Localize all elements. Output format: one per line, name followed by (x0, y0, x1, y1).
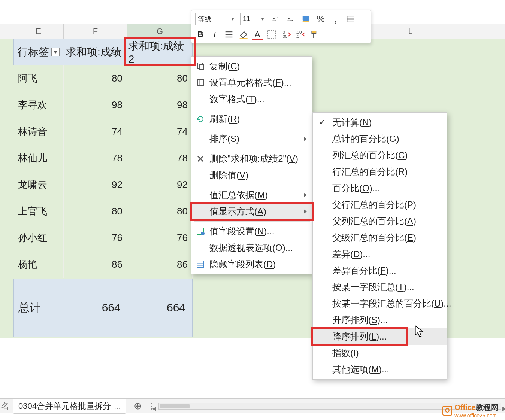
sum2-header[interactable]: 求和项:成绩2 (128, 39, 188, 65)
menu-item[interactable]: 数据透视表选项(O)... (191, 240, 312, 256)
bold-button[interactable]: B (195, 30, 206, 39)
cell-v2[interactable]: 76 (127, 225, 193, 251)
watermark-logo-icon: O (442, 406, 452, 416)
cell-v2[interactable]: 80 (127, 198, 193, 225)
decrease-decimal-icon[interactable]: .00.0 (295, 29, 305, 40)
mini-toolbar: 等线▾ 11▾ A▴ A▾ % , B I (191, 10, 371, 43)
col-header-f[interactable]: F (64, 24, 127, 39)
cell-name[interactable]: 上官飞 (13, 198, 64, 225)
delete-icon (195, 153, 206, 164)
menu-item[interactable]: 值字段设置(N)... (191, 223, 312, 240)
filter-dropdown-icon[interactable] (51, 48, 60, 56)
accounting-format-icon[interactable] (300, 13, 311, 25)
submenu-item[interactable]: 行汇总的百分比(R) (313, 164, 447, 180)
menu-item[interactable]: 隐藏字段列表(D) (191, 256, 312, 273)
svg-text:.0: .0 (296, 34, 299, 39)
submenu-item[interactable]: 父级汇总的百分比(E) (313, 229, 447, 246)
svg-text:▾: ▾ (291, 18, 293, 22)
menu-item[interactable]: 数字格式(T)... (191, 91, 312, 107)
total-label: 总计 (14, 300, 64, 316)
percent-icon[interactable]: % (315, 13, 326, 25)
border-icon[interactable] (266, 29, 277, 40)
submenu-item[interactable]: 降序排列(L)... (313, 328, 447, 345)
cell-v2[interactable]: 80 (127, 65, 193, 92)
font-color-icon[interactable]: A (252, 29, 263, 40)
cell-v1[interactable]: 98 (64, 92, 127, 118)
col-header-e[interactable]: E (13, 24, 64, 39)
submenu-item[interactable]: 其他选项(M)... (313, 361, 447, 378)
italic-button[interactable]: I (209, 30, 220, 39)
col-header-l[interactable]: L (373, 24, 448, 39)
mouse-cursor-icon (414, 325, 425, 340)
svg-rect-5 (303, 21, 309, 22)
tab-stub: 名 (0, 401, 10, 412)
submenu-item[interactable]: 父列汇总的百分比(A) (313, 213, 447, 229)
submenu-item[interactable]: 百分比(O)... (313, 180, 447, 197)
add-sheet-button[interactable]: ⊕ (128, 399, 147, 413)
submenu-item[interactable]: 按某一字段汇总(T)... (313, 279, 447, 295)
fill-color-icon[interactable] (238, 29, 248, 40)
cell-v1[interactable]: 76 (64, 225, 127, 251)
cell-v2[interactable]: 92 (127, 171, 193, 198)
cell-name[interactable]: 孙小红 (13, 225, 64, 251)
decrease-font-icon[interactable]: A▾ (285, 13, 296, 25)
submenu-item[interactable]: 列汇总的百分比(C) (313, 147, 447, 164)
sheet-tab[interactable]: 0304合并单元格批量拆分 ... (13, 399, 126, 414)
cell-v1[interactable]: 86 (64, 251, 127, 278)
svg-rect-6 (347, 16, 354, 18)
total-v2: 664 (127, 301, 192, 314)
copy-icon (195, 61, 206, 71)
submenu-item[interactable]: ✓无计算(N) (313, 114, 447, 131)
submenu-arrow-icon (304, 137, 307, 141)
cell-name[interactable]: 阿飞 (13, 65, 64, 92)
submenu-item[interactable]: 父行汇总的百分比(P) (313, 197, 447, 213)
menu-item[interactable]: 删除值(V) (191, 167, 312, 183)
comma-icon[interactable]: , (330, 13, 341, 25)
col-header-g[interactable]: G (127, 24, 193, 39)
menu-item[interactable]: 删除"求和项:成绩2"(V) (191, 150, 312, 167)
font-size-select[interactable]: 11▾ (240, 13, 266, 25)
submenu-item[interactable]: 差异(D)... (313, 246, 447, 262)
cell-v1[interactable]: 80 (64, 198, 127, 225)
cell-v1[interactable]: 92 (64, 171, 127, 198)
cell-name[interactable]: 林诗音 (13, 118, 64, 145)
cell-name[interactable]: 林仙儿 (13, 145, 64, 171)
submenu-arrow-icon (304, 209, 307, 214)
cell-v2[interactable]: 78 (127, 145, 193, 171)
increase-font-icon[interactable]: A▴ (270, 13, 281, 25)
merge-icon[interactable] (345, 13, 356, 25)
font-select[interactable]: 等线▾ (195, 13, 236, 25)
row-labels-header: 行标签 (18, 45, 49, 59)
cell-name[interactable]: 杨艳 (13, 251, 64, 278)
cell-name[interactable]: 龙啸云 (13, 171, 64, 198)
align-icon[interactable] (224, 29, 234, 40)
cell-v1[interactable]: 80 (64, 65, 127, 92)
svg-text:A: A (287, 16, 291, 22)
watermark: O Office教程网 www.office26.com (442, 402, 498, 419)
submenu-item[interactable]: 总计的百分比(G) (313, 131, 447, 147)
submenu-item[interactable]: 差异百分比(F)... (313, 262, 447, 279)
format-painter-icon[interactable] (309, 29, 320, 40)
menu-item[interactable]: 刷新(R) (191, 111, 312, 127)
cell-v1[interactable]: 74 (64, 118, 127, 145)
cell-v2[interactable]: 98 (127, 92, 193, 118)
context-menu: 复制(C)设置单元格格式(F)...数字格式(T)...刷新(R)排序(S)删除… (191, 56, 312, 274)
sum1-header[interactable]: 求和项:成绩 (66, 45, 123, 59)
cell-v2[interactable]: 86 (127, 251, 193, 278)
submenu-item[interactable]: 指数(I) (313, 345, 447, 361)
menu-item[interactable]: 排序(S) (191, 131, 312, 147)
menu-item[interactable]: 复制(C) (191, 58, 312, 74)
format-icon (195, 77, 206, 88)
menu-item[interactable]: 值显示方式(A) (191, 203, 312, 220)
cell-v1[interactable]: 78 (64, 145, 127, 171)
svg-rect-11 (240, 38, 248, 39)
cell-name[interactable]: 李寻欢 (13, 92, 64, 118)
submenu-item[interactable]: 按某一字段汇总的百分比(U)... (313, 295, 447, 312)
values-submenu: ✓无计算(N)总计的百分比(G)列汇总的百分比(C)行汇总的百分比(R)百分比(… (312, 112, 447, 380)
menu-item[interactable]: 设置单元格格式(F)... (191, 74, 312, 91)
increase-decimal-icon[interactable]: .0.00 (281, 29, 291, 40)
menu-item[interactable]: 值汇总依据(M) (191, 187, 312, 203)
submenu-item[interactable]: 升序排列(S)... (313, 312, 447, 328)
cell-v2[interactable]: 74 (127, 118, 193, 145)
svg-rect-12 (268, 30, 276, 38)
